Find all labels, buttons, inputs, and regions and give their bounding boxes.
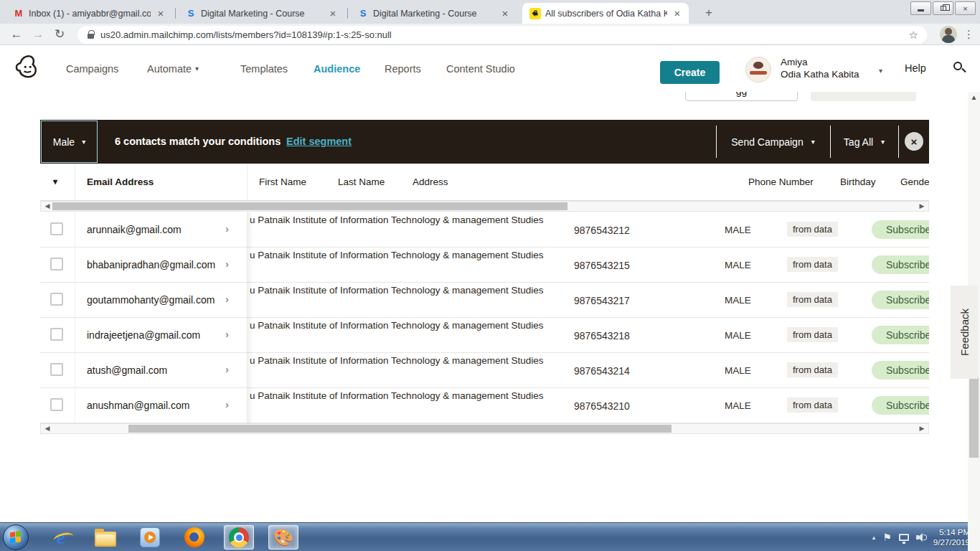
mailchimp-favicon-icon bbox=[529, 8, 541, 19]
start-button[interactable] bbox=[3, 524, 29, 550]
scrollbar-thumb[interactable] bbox=[969, 377, 979, 458]
row-checkbox[interactable] bbox=[50, 398, 63, 411]
volume-icon[interactable] bbox=[916, 533, 926, 542]
account-menu[interactable]: Amiya Odia Katha Kabita bbox=[781, 56, 859, 80]
scroll-left-icon[interactable]: ◀ bbox=[42, 202, 52, 210]
nav-content-studio[interactable]: Content Studio bbox=[446, 45, 515, 92]
table-row[interactable]: anushman@gmail.com › u Patnaik Institute… bbox=[40, 388, 929, 423]
col-first-name[interactable]: First Name bbox=[259, 176, 306, 187]
horizontal-scrollbar-bottom[interactable]: ◀ ▶ bbox=[40, 423, 929, 434]
row-chevron-icon[interactable]: › bbox=[225, 293, 229, 305]
file-explorer-icon[interactable] bbox=[90, 525, 121, 550]
row-chevron-icon[interactable]: › bbox=[225, 222, 229, 235]
reload-button[interactable]: ↻ bbox=[49, 27, 70, 42]
row-checkbox[interactable] bbox=[50, 293, 63, 306]
email-cell[interactable]: indrajeetjena@gmail.com bbox=[87, 329, 200, 341]
feedback-tab[interactable]: Feedback bbox=[951, 286, 978, 379]
browser-profile-avatar[interactable] bbox=[940, 26, 957, 43]
tab-close-icon[interactable]: × bbox=[499, 7, 511, 19]
horizontal-scrollbar-top[interactable]: ◀ ▶ bbox=[40, 201, 929, 212]
table-row[interactable]: goutammohanty@gmail.com › u Patnaik Inst… bbox=[40, 283, 929, 318]
taskbar-clock[interactable]: 5:14 PM 9/27/2019 bbox=[933, 527, 970, 547]
nav-reports[interactable]: Reports bbox=[385, 45, 421, 92]
bookmark-star-icon[interactable]: ☆ bbox=[909, 29, 918, 42]
table-header: ▾ Email Address First Name Last Name Add… bbox=[40, 164, 929, 201]
col-birthday[interactable]: Birthday bbox=[840, 176, 876, 187]
tab-mailchimp-active[interactable]: All subscribers of Odia Katha Kab × bbox=[522, 3, 689, 24]
table-row[interactable]: atush@gmail.com › u Patnaik Institute of… bbox=[40, 353, 929, 388]
tab-close-icon[interactable]: × bbox=[327, 7, 339, 19]
email-cell[interactable]: goutammohanty@gmail.com bbox=[87, 294, 215, 306]
browser-menu-icon[interactable]: ⋮ bbox=[963, 28, 974, 41]
clock-time: 5:14 PM bbox=[933, 527, 970, 537]
row-checkbox[interactable] bbox=[50, 222, 63, 235]
row-chevron-icon[interactable]: › bbox=[225, 258, 229, 270]
col-gender[interactable]: Gender bbox=[900, 176, 929, 187]
close-segment-button[interactable]: × bbox=[905, 132, 923, 151]
network-icon[interactable] bbox=[899, 534, 909, 541]
create-button[interactable]: Create bbox=[660, 61, 720, 84]
action-center-flag-icon[interactable]: ⚑ bbox=[882, 532, 892, 543]
tab-digital-marketing-1[interactable]: S Digital Marketing - Course × bbox=[178, 3, 344, 24]
tab-close-icon[interactable]: × bbox=[155, 7, 166, 19]
account-avatar[interactable] bbox=[745, 57, 771, 83]
tab-digital-marketing-2[interactable]: S Digital Marketing - Course × bbox=[350, 3, 517, 24]
back-button[interactable]: ← bbox=[6, 27, 27, 42]
restore-button[interactable] bbox=[933, 1, 953, 15]
url-text[interactable]: us20.admin.mailchimp.com/lists/members?i… bbox=[100, 29, 909, 40]
tag-all-button[interactable]: Tag All ▾ bbox=[830, 120, 898, 164]
paint-taskbar-button[interactable]: 🎨 bbox=[268, 525, 298, 550]
close-window-button[interactable]: × bbox=[955, 1, 976, 15]
col-email-address[interactable]: Email Address bbox=[87, 176, 154, 187]
minimize-button[interactable] bbox=[910, 1, 931, 15]
email-cell[interactable]: arunnaik@gmail.com bbox=[87, 224, 182, 235]
row-chevron-icon[interactable]: › bbox=[225, 363, 229, 375]
address-bar[interactable]: us20.admin.mailchimp.com/lists/members?i… bbox=[77, 26, 927, 44]
email-cell[interactable]: anushman@gmail.com bbox=[87, 400, 189, 411]
column-divider bbox=[75, 388, 75, 423]
send-campaign-button[interactable]: Send Campaign ▾ bbox=[716, 120, 830, 164]
internet-explorer-icon[interactable]: e bbox=[46, 525, 76, 550]
gmail-favicon-icon: M bbox=[13, 8, 24, 19]
show-hidden-icons[interactable]: ▴ bbox=[872, 534, 876, 541]
nav-automate[interactable]: Automate▾ bbox=[147, 45, 199, 92]
firefox-icon[interactable] bbox=[179, 525, 209, 550]
email-cell[interactable]: atush@gmail.com bbox=[87, 364, 167, 376]
col-phone-number[interactable]: Phone Number bbox=[748, 176, 814, 187]
row-checkbox[interactable] bbox=[50, 363, 63, 376]
account-chevron-icon[interactable]: ▾ bbox=[879, 67, 882, 75]
segment-filter-dropdown[interactable]: Male ▾ bbox=[41, 121, 98, 163]
row-checkbox[interactable] bbox=[50, 258, 63, 270]
chrome-taskbar-button[interactable] bbox=[224, 525, 254, 550]
row-checkbox[interactable] bbox=[50, 328, 63, 341]
search-icon[interactable] bbox=[953, 62, 966, 75]
help-link[interactable]: Help bbox=[905, 62, 926, 74]
email-cell[interactable]: bhabanipradhan@gmail.com bbox=[87, 259, 215, 270]
tab-close-icon[interactable]: × bbox=[672, 7, 683, 19]
media-player-icon[interactable] bbox=[135, 525, 165, 550]
column-divider bbox=[75, 318, 75, 352]
table-row[interactable]: arunnaik@gmail.com › u Patnaik Institute… bbox=[40, 212, 929, 248]
nav-audience-active[interactable]: Audience bbox=[314, 45, 360, 92]
scrollbar-thumb[interactable] bbox=[52, 202, 567, 210]
row-chevron-icon[interactable]: › bbox=[225, 398, 229, 410]
col-last-name[interactable]: Last Name bbox=[338, 176, 385, 187]
table-row[interactable]: bhabanipradhan@gmail.com › u Patnaik Ins… bbox=[40, 248, 929, 283]
birthday-badge: from data bbox=[787, 222, 838, 237]
table-row[interactable]: indrajeetjena@gmail.com › u Patnaik Inst… bbox=[40, 318, 929, 353]
new-tab-button[interactable]: + bbox=[699, 4, 718, 22]
mailchimp-logo-icon[interactable] bbox=[11, 52, 42, 87]
nav-templates[interactable]: Templates bbox=[240, 45, 288, 92]
edit-segment-link[interactable]: Edit segment bbox=[286, 136, 352, 147]
scroll-right-icon[interactable]: ▶ bbox=[917, 425, 927, 433]
scrollbar-thumb[interactable] bbox=[128, 425, 672, 433]
nav-campaigns[interactable]: Campaigns bbox=[66, 45, 118, 92]
forward-button[interactable]: → bbox=[27, 27, 49, 42]
col-address[interactable]: Address bbox=[413, 176, 448, 187]
row-chevron-icon[interactable]: › bbox=[225, 328, 229, 340]
scroll-left-icon[interactable]: ◀ bbox=[42, 425, 52, 433]
scroll-up-icon[interactable]: ▲ bbox=[968, 90, 980, 101]
tab-gmail[interactable]: M Inbox (1) - amiyabbr@gmail.com × bbox=[6, 3, 172, 24]
scroll-right-icon[interactable]: ▶ bbox=[917, 202, 927, 210]
select-all-chevron-icon[interactable]: ▾ bbox=[53, 176, 57, 187]
